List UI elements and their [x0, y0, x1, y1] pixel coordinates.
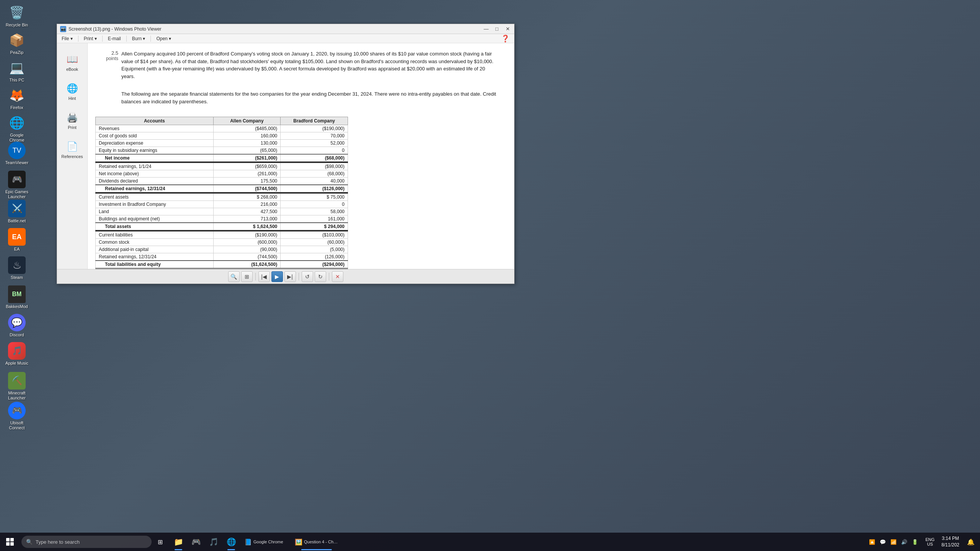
cell-bradford: ($103,000): [281, 231, 348, 239]
fit-button[interactable]: ⊞: [241, 271, 253, 282]
table-row: Retained earnings, 12/31/24 (744,500) (1…: [96, 253, 348, 261]
desktop-icon-ubisoft[interactable]: 🎮 Ubisoft Connect: [2, 399, 32, 433]
cell-bradford: 0: [281, 147, 348, 155]
cell-allen: ($1,624,500): [213, 261, 281, 269]
desktop-icon-battle-net[interactable]: ⚔️ Battle.net: [2, 197, 32, 226]
start-icon: [6, 538, 14, 546]
table-row: Revenues ($485,000) ($190,000): [96, 125, 348, 132]
photo-viewer-window: 📷 Screenshot (13).png - Windows Photo Vi…: [57, 24, 514, 284]
table-row-net-income: Net income ($261,000) ($68,000): [96, 154, 348, 162]
taskbar-question4[interactable]: 📘 Google Chrome: [240, 533, 290, 551]
cell-bradford: ($294,000): [281, 261, 348, 269]
notifications-icon: 🔔: [967, 538, 975, 546]
table-row-total-liabilities: Total liabilities and equity ($1,624,500…: [96, 261, 348, 269]
sidebar-tool-print[interactable]: 🖨️ Print: [59, 109, 86, 132]
clock-area[interactable]: 3:14 PM 8/11/202: [938, 533, 963, 551]
language-indicator[interactable]: ENG US: [924, 537, 936, 546]
desktop-icon-this-pc[interactable]: 💻 This PC: [2, 57, 32, 85]
cell-bradford: 58,000: [281, 208, 348, 215]
taskbar-chrome[interactable]: 🌐: [223, 533, 240, 551]
col-header-bradford: Bradford Company: [281, 117, 348, 125]
desktop-icon-steam[interactable]: ♨ Steam: [2, 254, 32, 282]
cell-bradford: $ 294,000: [281, 223, 348, 231]
document-area[interactable]: 2.5 points Allen Company acquired 100 pe…: [88, 43, 514, 269]
table-row: Current assets $ 268,000 $ 75,000: [96, 193, 348, 201]
tray-expand-icon[interactable]: 🔼: [868, 538, 876, 546]
task-view-button[interactable]: ⊞: [152, 533, 168, 551]
sidebar-tool-hint[interactable]: 🌐 Hint: [59, 80, 86, 103]
desktop-icon-bakkesmod[interactable]: BM BakkesMod: [2, 283, 32, 311]
window-titlebar: 📷 Screenshot (13).png - Windows Photo Vi…: [57, 24, 514, 34]
notifications-button[interactable]: 🔔: [965, 533, 977, 551]
menu-file[interactable]: File ▾: [59, 35, 76, 42]
taskbar-open-apps: 📁 🎮 🎵 🌐 📘 Google Chrome 🖼️ Question 4 - …: [170, 533, 342, 551]
table-row: Additional paid-in capital (90,000) (5,0…: [96, 246, 348, 253]
taskbar-search[interactable]: 🔍 Type here to search: [21, 536, 152, 548]
minimize-button[interactable]: —: [481, 25, 491, 33]
sidebar-tool-ebook[interactable]: 📖 eBook: [59, 51, 86, 74]
cell-allen: $ 268,000: [213, 193, 281, 201]
cell-allen: ($261,000): [213, 154, 281, 162]
taskbar-screenshots-folder[interactable]: 📁: [170, 533, 187, 551]
table-row: Cost of goods sold 160,000 70,000: [96, 132, 348, 140]
menu-sep-4: [150, 36, 151, 42]
desktop-icon-epic-games[interactable]: 🎮 Epic Games Launcher: [2, 168, 32, 202]
rotate-cw-button[interactable]: ↻: [315, 271, 326, 282]
cell-bradford: ($190,000): [281, 125, 348, 132]
cell-allen: 160,000: [213, 132, 281, 140]
taskbar-screenshot13[interactable]: 🖼️ Question 4 - Chapt...: [291, 533, 342, 551]
table-row: Retained earnings, 1/1/24 ($659,000) ($9…: [96, 162, 348, 170]
toolbar-separator-1: [255, 273, 256, 280]
points-block: 2.5 points: [98, 50, 121, 110]
cell-allen: (90,000): [213, 246, 281, 253]
tray-chat-icon[interactable]: 💬: [879, 538, 887, 546]
cell-account: Cost of goods sold: [96, 132, 214, 140]
zoom-button[interactable]: 🔍: [228, 271, 240, 282]
table-row-total-assets: Total assets $ 1,624,500 $ 294,000: [96, 223, 348, 231]
menu-email[interactable]: E-mail: [105, 35, 124, 42]
hint-label: Hint: [69, 96, 76, 101]
taskbar-xbox[interactable]: 🎮: [188, 533, 204, 551]
table-row: Depreciation expense 130,000 52,000: [96, 140, 348, 147]
sidebar-tool-references[interactable]: 📄 References: [59, 138, 86, 161]
desktop-icon-teamviewer[interactable]: TV TeamViewer: [2, 139, 32, 168]
start-button[interactable]: [0, 533, 20, 551]
desktop-icon-apple-music[interactable]: 🎵 Apple Music: [2, 340, 32, 368]
menu-burn[interactable]: Burn ▾: [129, 35, 149, 42]
rotate-ccw-button[interactable]: ↺: [302, 271, 313, 282]
col-header-accounts: Accounts: [96, 117, 214, 125]
cell-allen: 713,000: [213, 215, 281, 223]
delete-button[interactable]: ✕: [332, 271, 343, 282]
play-button[interactable]: ▶: [271, 271, 283, 282]
system-tray[interactable]: 🔼 💬 📶 🔊 🔋: [865, 533, 922, 551]
cell-allen: (600,000): [213, 239, 281, 246]
desktop-icon-peazip[interactable]: 📦 PeaZip: [2, 29, 32, 57]
cell-allen: (65,000): [213, 147, 281, 155]
search-icon: 🔍: [26, 539, 33, 545]
desktop-icon-minecraft[interactable]: ⛏️ Minecraft Launcher: [2, 370, 32, 403]
prev-button[interactable]: |◀: [258, 271, 270, 282]
tray-volume-icon[interactable]: 🔊: [900, 538, 908, 546]
table-row: Dividends declared 175,500 40,000: [96, 178, 348, 185]
financial-table: Accounts Allen Company Bradford Company …: [95, 117, 348, 269]
desktop-icon-recycle-bin[interactable]: 🗑️ Recycle Bin: [2, 2, 32, 30]
desktop-icon-discord[interactable]: 💬 Discord: [2, 311, 32, 340]
taskbar-spotify[interactable]: 🎵: [205, 533, 222, 551]
clock-date: 8/11/202: [941, 542, 959, 548]
maximize-button[interactable]: □: [492, 25, 502, 33]
tray-battery-icon[interactable]: 🔋: [911, 538, 919, 546]
menu-print[interactable]: Print ▾: [81, 35, 100, 42]
cell-bradford: ($126,000): [281, 185, 348, 193]
menu-sep-3: [126, 36, 127, 42]
cell-allen: ($190,000): [213, 231, 281, 239]
desktop-icon-firefox[interactable]: 🦊 Firefox: [2, 84, 32, 112]
help-icon[interactable]: ❓: [498, 35, 513, 42]
tray-network-icon[interactable]: 📶: [889, 538, 898, 546]
hint-icon: 🌐: [66, 82, 78, 95]
next-button[interactable]: ▶|: [284, 271, 296, 282]
desktop-icon-ea[interactable]: EA EA: [2, 226, 32, 254]
menu-open[interactable]: Open ▾: [153, 35, 174, 42]
app-icon: 📷: [60, 26, 66, 32]
cell-allen: ($744,500): [213, 185, 281, 193]
close-button[interactable]: ✕: [503, 25, 513, 33]
